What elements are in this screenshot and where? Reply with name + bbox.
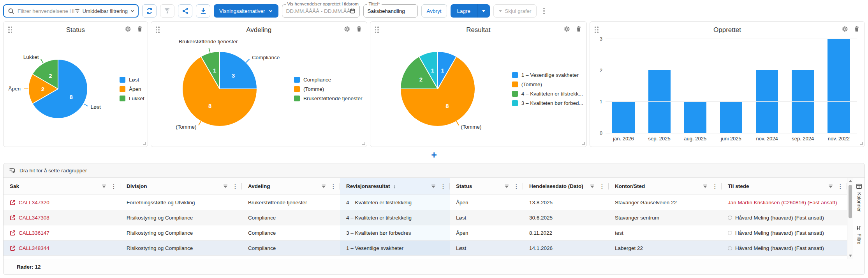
column-header-divisjon[interactable]: Divisjon⋮ [120,178,242,195]
drag-handle-icon[interactable] [595,27,599,33]
open-case-icon[interactable] [10,245,16,251]
column-header-status[interactable]: Status⋮ [450,178,523,195]
bar[interactable] [756,70,778,133]
filter-mode-select[interactable]: Umiddelbar filtrering [74,8,135,14]
gridline [606,39,857,39]
column-filter-icon[interactable] [101,184,107,189]
scroll-down-arrow[interactable] [849,255,852,257]
grid-main: Sak⋮Divisjon⋮Avdeling⋮Revisjonsresultat↓… [4,178,864,259]
column-menu-icon[interactable]: ⋮ [838,183,843,189]
bar-chart[interactable]: 0123 jan. 2026sep. 2025aug. 2025juni 202… [592,35,862,144]
drag-handle-icon[interactable] [8,27,12,33]
column-filter-icon[interactable] [321,184,326,189]
calendar-icon[interactable] [350,8,356,14]
row-group-dropzone[interactable]: Dra hit for å sette radgrupper [4,163,864,178]
trash-icon[interactable] [576,26,582,32]
column-menu-icon[interactable]: ⋮ [440,183,446,189]
drag-handle-icon[interactable] [375,27,379,33]
trash-icon[interactable] [854,26,860,32]
toolbar-kebab-menu[interactable] [540,6,548,16]
gear-icon[interactable] [842,26,848,32]
resize-handle[interactable] [582,142,585,145]
scroll-thumb[interactable] [849,185,852,218]
bars [606,39,857,133]
column-menu-icon[interactable]: ⋮ [599,183,605,189]
pie-chart[interactable]: 1821(Tomme) [373,36,502,142]
add-chart-button[interactable]: + [427,149,441,161]
column-header-sak[interactable]: Sak⋮ [4,178,120,195]
column-filter-icon[interactable] [590,184,595,189]
title-field[interactable]: Tittel* [363,4,418,18]
table-row[interactable]: CALL348344Risikostyring og ComplianceCom… [4,241,847,256]
date-range-input[interactable] [286,8,350,14]
column-filter-icon[interactable] [431,184,436,189]
gear-icon[interactable] [563,26,570,32]
column-menu-icon[interactable]: ⋮ [232,183,238,189]
trash-icon[interactable] [356,26,362,32]
case-link[interactable]: CALL336147 [19,230,49,236]
column-menu-icon[interactable]: ⋮ [514,183,519,189]
column-header-avdeling[interactable]: Avdeling⋮ [242,178,340,195]
refresh-icon [146,7,153,14]
tab-kolonner[interactable]: Kolonner [856,183,862,212]
scroll-up-arrow[interactable] [849,180,852,182]
column-filter-icon[interactable] [504,184,509,189]
drag-handle-icon[interactable] [156,27,160,33]
open-case-icon[interactable] [10,200,16,205]
column-header-til_stede[interactable]: Til stede⋮ [722,178,847,195]
column-filter-icon[interactable] [223,184,228,189]
pie-chart[interactable]: 381Compliance(Tomme)Brukerstøttende tjen… [155,36,284,142]
search-box[interactable]: Umiddelbar filtrering [3,4,139,18]
open-case-icon[interactable] [10,230,16,236]
column-menu-icon[interactable]: ⋮ [111,183,116,189]
bar[interactable] [828,39,850,133]
view-options-button[interactable]: Visningsalternativer [214,4,278,18]
view-options-label: Visningsalternativer [219,8,265,14]
table-cell-til_stede: Håvard Meling (haavard) (Fast ansatt) [722,225,847,240]
column-header-hendelsesdato[interactable]: Hendelsesdato (Dato)⋮ [523,178,609,195]
y-tick-label: 3 [600,36,602,42]
cell-text: Compliance [248,230,276,236]
bar[interactable] [648,70,671,133]
download-button[interactable] [196,4,210,18]
resize-handle[interactable] [860,142,863,145]
trash-icon[interactable] [137,26,143,32]
table-row[interactable]: CALL336147Risikostyring og ComplianceCom… [4,225,847,241]
hide-charts-button[interactable]: Skjul grafer [493,4,537,18]
legend-swatch [294,77,300,83]
open-case-icon[interactable] [10,215,16,221]
cancel-button[interactable]: Avbryt [421,4,447,18]
resize-handle[interactable] [362,142,365,145]
clear-filter-button[interactable] [160,4,174,18]
case-link[interactable]: CALL347320 [19,200,49,205]
y-tick-label: 1 [600,99,602,104]
resize-handle[interactable] [143,142,146,145]
bar[interactable] [720,102,742,133]
bar[interactable] [684,102,706,133]
pie-value-label: 1 [431,67,434,74]
column-menu-icon[interactable]: ⋮ [331,183,336,189]
refresh-button[interactable] [142,4,157,18]
vertical-scrollbar[interactable] [847,178,853,259]
save-dropdown-button[interactable] [477,4,490,18]
search-input[interactable] [18,8,74,14]
save-button[interactable]: Lagre [451,4,477,18]
bar[interactable] [792,70,814,133]
title-input[interactable] [368,8,414,14]
pie-chart[interactable]: 822LøstÅpenLukket [7,42,109,135]
table-row[interactable]: CALL347320Forretningsstøtte og Utvikling… [4,195,847,210]
table-row[interactable]: CALL347308Risikostyring og ComplianceCom… [4,210,847,225]
bar[interactable] [612,102,634,133]
tab-filtre[interactable]: Filtre [856,225,862,244]
case-link[interactable]: CALL347308 [19,215,49,221]
share-button[interactable] [178,4,192,18]
column-header-revisjonsresultat[interactable]: Revisjonsresultat↓⋮ [340,178,450,195]
gear-icon[interactable] [344,26,350,32]
column-menu-icon[interactable]: ⋮ [712,183,718,189]
column-filter-icon[interactable] [702,184,708,189]
gear-icon[interactable] [125,26,131,32]
case-link[interactable]: CALL348344 [19,245,49,251]
date-range-field[interactable]: Vis henvendelser opprettet i tidsrom [282,4,360,18]
column-header-kontor[interactable]: Kontor/Sted⋮ [609,178,722,195]
column-filter-icon[interactable] [828,184,833,189]
